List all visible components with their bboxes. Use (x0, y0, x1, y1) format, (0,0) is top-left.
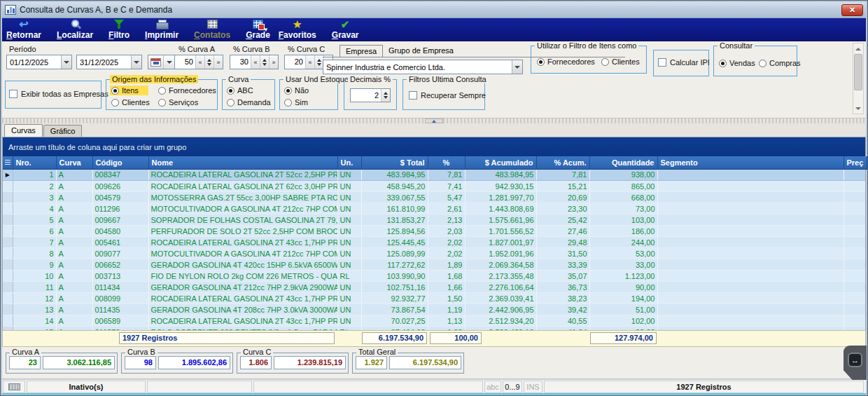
grid-cell[interactable]: 5 (13, 214, 56, 226)
radio-vendas[interactable]: Vendas (719, 59, 755, 67)
grid-cell[interactable]: 2.069.364,58 (465, 259, 536, 271)
grid-cell[interactable]: 7,81 (536, 170, 589, 181)
grid-cell[interactable]: 2.173.355,48 (465, 271, 536, 282)
grid-cell[interactable]: 009626 (92, 181, 148, 192)
grid-cell[interactable]: 2 (13, 181, 56, 192)
grid-cell[interactable] (657, 282, 844, 293)
date-from-combo[interactable]: 01/12/2025 (6, 55, 72, 69)
row-indicator[interactable] (3, 181, 13, 192)
grid-cell[interactable] (657, 203, 844, 214)
splitter-bar[interactable] (2, 118, 866, 123)
grid-cell[interactable]: 1,68 (428, 271, 465, 282)
row-indicator[interactable] (3, 304, 13, 315)
table-row[interactable]: 2A009626ROCADEIRA LATERAL GASOLINA 2T 62… (3, 181, 865, 192)
tab-grafico[interactable]: Gráfico (43, 125, 82, 137)
localizar-button[interactable]: Localizar (57, 18, 93, 40)
grid-cell[interactable]: MOTOCULTIVADOR A GASOLINA 4T 212cc 7HP C… (148, 248, 337, 259)
grid-cell[interactable]: 40,55 (536, 315, 589, 327)
radio-compras[interactable]: Compras (759, 59, 801, 67)
col-nro[interactable]: Nro. (13, 156, 56, 169)
grid-cell[interactable]: 2.369.039,41 (465, 293, 536, 304)
radio-servicos[interactable]: Serviços (158, 98, 198, 107)
grid-cell[interactable]: 1,13 (428, 315, 465, 327)
grid-cell[interactable]: 33,00 (589, 259, 657, 271)
col-curva[interactable]: Curva (56, 156, 92, 169)
table-row[interactable]: 4A011296MOTOCULTIVADOR A GASOLINA 4T 212… (3, 203, 865, 214)
chevron-down-icon[interactable] (512, 60, 522, 74)
table-row[interactable]: 6A004580PERFURADOR DE SOLO 2T 52cc 2,5HP… (3, 226, 865, 237)
grid-cell[interactable]: 865,00 (589, 181, 657, 192)
grid-cell[interactable]: 1.952.091,96 (465, 248, 536, 259)
grid-cell[interactable]: UN (337, 181, 361, 192)
tab-grupo-de-empresa[interactable]: Grupo de Empresa (383, 45, 459, 57)
spin-first-icon[interactable]: « (251, 55, 260, 69)
grid-cell[interactable]: 33,39 (536, 259, 589, 271)
grid-cell[interactable]: 11 (13, 282, 56, 293)
grid-cell[interactable] (657, 304, 844, 315)
grid-cell[interactable] (657, 259, 844, 271)
table-row[interactable]: 3A004579MOTOSSERRA GAS.2T 55cc 3,00HP SA… (3, 192, 865, 203)
select-all-header[interactable] (3, 156, 13, 169)
grid-cell[interactable]: UN (337, 315, 361, 327)
grid-cell[interactable]: 2,03 (428, 226, 465, 237)
grid-cell[interactable]: 70.027,25 (361, 315, 428, 327)
grid-cell[interactable] (844, 248, 865, 259)
grid-cell[interactable] (657, 237, 844, 248)
grid-cell[interactable] (657, 293, 844, 304)
grid-cell[interactable]: A (56, 226, 92, 237)
grid-cell[interactable]: 006652 (92, 259, 148, 271)
grid-cell[interactable]: 103.990,90 (361, 271, 428, 282)
spin-last-icon[interactable]: » (214, 55, 223, 69)
grid-cell[interactable]: 2,61 (428, 203, 465, 214)
grid-cell[interactable] (657, 315, 844, 327)
table-row[interactable]: 5A009667SOPRADOR DE FOLHAS COSTAL GASOLI… (3, 214, 865, 226)
grid-cell[interactable]: A (56, 315, 92, 327)
grid-cell[interactable]: 339.067,55 (361, 192, 428, 203)
col-preco[interactable]: Preç (844, 156, 867, 169)
spin-updown-icon[interactable] (204, 55, 214, 69)
grid-cell[interactable]: UN (337, 203, 361, 214)
grid-cell[interactable] (844, 315, 865, 327)
tab-curvas[interactable]: Curvas (4, 124, 43, 137)
grid-cell[interactable]: 103,00 (589, 214, 657, 226)
grid-cell[interactable]: 5,47 (428, 192, 465, 203)
grid-cell[interactable]: RL (337, 271, 361, 282)
row-indicator[interactable] (3, 248, 13, 259)
grid-cell[interactable]: A (56, 248, 92, 259)
grid-cell[interactable]: SOPRADOR DE FOLHAS COSTAL GASOLINA 2T 79… (148, 214, 337, 226)
grid-cell[interactable]: 011434 (92, 282, 148, 293)
radio-itens[interactable]: Itens (110, 86, 148, 95)
row-indicator[interactable] (3, 282, 13, 293)
radio-clientes-origem[interactable]: Clientes (111, 98, 150, 107)
spin-first-icon[interactable]: « (305, 55, 314, 69)
grid-cell[interactable]: UN (337, 282, 361, 293)
row-indicator[interactable] (3, 237, 13, 248)
grid-cell[interactable]: 009667 (92, 214, 148, 226)
col-pct[interactable]: % (428, 156, 465, 169)
grid-cell[interactable]: 1.701.556,52 (465, 226, 536, 237)
grid-cell[interactable]: UN (337, 237, 361, 248)
grid-cell[interactable]: UN (337, 214, 361, 226)
radio-clientes[interactable]: Clientes (601, 57, 640, 66)
grid-cell[interactable]: ROCADEIRA LATERAL GASOLINA 2T 52cc 2,5HP… (148, 170, 337, 181)
grid-cell[interactable]: GERADOR GASOLINA 4T 212cc 7HP 2.9kVA 290… (148, 282, 337, 293)
row-indicator[interactable] (3, 192, 13, 203)
grid-cell[interactable]: 006589 (92, 315, 148, 327)
grid-cell[interactable]: 15,21 (536, 181, 589, 192)
grid-cell[interactable]: UN (337, 226, 361, 237)
grid-cell[interactable] (657, 192, 844, 203)
grid-cell[interactable]: A (56, 293, 92, 304)
grid-cell[interactable]: 6 (13, 226, 56, 237)
grid-cell[interactable]: 23,30 (536, 203, 589, 214)
grid-cell[interactable]: ROCADEIRA LATERAL GASOLINA 2T 43cc 1,7HP… (148, 293, 337, 304)
grid-cell[interactable]: ROCADEIRA LATERAL GASOLINA 2T 62cc 3,0HP… (148, 181, 337, 192)
grid-cell[interactable]: ROCADEIRA LATERAL GASOLINA 2T 43cc 1,7HP… (148, 237, 337, 248)
grid-cell[interactable]: 186,00 (589, 226, 657, 237)
grid-cell[interactable]: 244,00 (589, 237, 657, 248)
radio-fornecedores[interactable]: Fornecedores (537, 57, 595, 66)
grid-cell[interactable]: 7,41 (428, 181, 465, 192)
table-row[interactable]: 14A006589ROCADEIRA LATERAL GASOLINA 2T 4… (3, 315, 865, 327)
radio-fornecedores-origem[interactable]: Fornecedores (158, 86, 216, 95)
grid-cell[interactable]: 004580 (92, 226, 148, 237)
tab-empresa[interactable]: Empresa (340, 45, 383, 57)
